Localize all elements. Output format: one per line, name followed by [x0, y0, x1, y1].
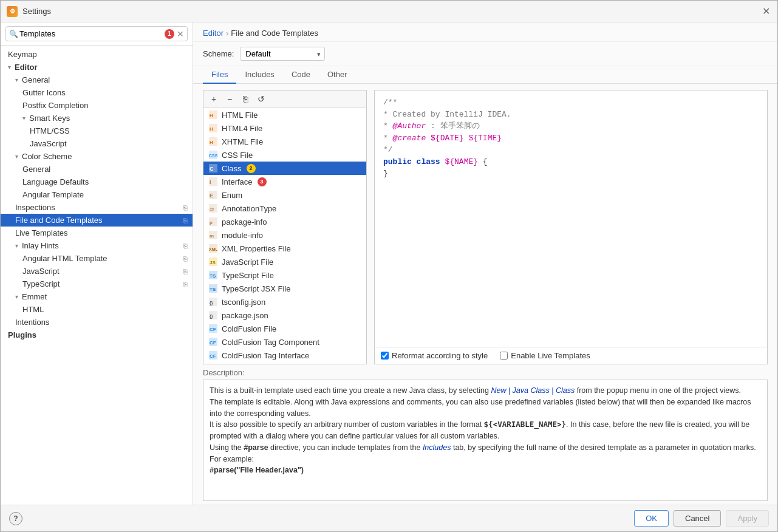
file-item-label: ColdFusion Tag Component: [222, 338, 319, 347]
cancel-button[interactable]: Cancel: [674, 510, 721, 527]
scheme-select[interactable]: Default Project: [240, 47, 325, 61]
reset-template-button[interactable]: ↺: [254, 92, 268, 106]
sidebar-item-plugins[interactable]: Plugins: [1, 329, 193, 341]
file-item-cf-tag-interface[interactable]: CF ColdFusion Tag Interface: [203, 349, 366, 362]
help-button[interactable]: ?: [9, 512, 22, 525]
xhtml-file-icon: H: [208, 137, 218, 146]
svg-text:CF: CF: [210, 327, 216, 332]
sidebar-item-file-code-templates[interactable]: File and Code Templates ⎘: [1, 214, 193, 227]
file-item-package-json[interactable]: {} package.json: [203, 309, 366, 322]
sidebar-item-inspections[interactable]: Inspections ⎘: [1, 201, 193, 214]
file-item-label: XML Properties File: [222, 244, 291, 253]
svg-text:TS: TS: [210, 273, 216, 279]
apply-button[interactable]: Apply: [726, 510, 769, 527]
file-item-label: XHTML File: [222, 137, 263, 146]
module-info-icon: m: [208, 230, 218, 240]
file-item-label: package-info: [222, 217, 267, 227]
live-templates-option[interactable]: Enable Live Templates: [500, 351, 590, 360]
copy-icon-angular-html: ⎘: [183, 255, 188, 262]
svg-text:H: H: [210, 140, 213, 145]
code-editor[interactable]: /** * Created by IntelliJ IDEA. * @Autho…: [375, 90, 767, 347]
cf-tag-component-icon: CF: [208, 337, 218, 347]
file-item-html4[interactable]: H HTML4 File: [203, 121, 366, 135]
svg-text:H: H: [210, 126, 213, 132]
add-template-button[interactable]: +: [207, 92, 220, 106]
sidebar-item-emmet[interactable]: ▾ Emmet: [1, 290, 193, 303]
file-item-module-info[interactable]: m module-info: [203, 228, 366, 242]
cf-file-icon: CF: [208, 324, 218, 333]
sidebar-item-keymap[interactable]: Keymap: [1, 48, 193, 61]
options-row: Reformat according to style Enable Live …: [375, 347, 767, 364]
sidebar-item-general[interactable]: ▾ General: [1, 73, 193, 86]
search-container: 🔍 1 ✕: [1, 22, 193, 46]
live-templates-checkbox[interactable]: [500, 352, 508, 360]
svg-text:CSS: CSS: [209, 154, 217, 158]
file-item-label: AnnotationType: [222, 204, 276, 213]
copy-icon-inlay-hints: ⎘: [183, 242, 188, 250]
file-item-ts[interactable]: TS TypeScript File: [203, 268, 366, 282]
sidebar-item-postfix-completion[interactable]: Postfix Completion: [1, 99, 193, 112]
scheme-row: Scheme: Default Project: [193, 42, 777, 66]
tab-files[interactable]: Files: [203, 66, 236, 84]
code-line-7: }: [383, 168, 759, 180]
file-item-xhtml[interactable]: H XHTML File: [203, 135, 366, 148]
remove-template-button[interactable]: −: [223, 92, 236, 106]
svg-text:@: @: [210, 206, 214, 212]
file-item-interface[interactable]: I Interface 3: [203, 175, 366, 188]
copy-icon-inspections: ⎘: [183, 204, 188, 211]
ok-button[interactable]: OK: [634, 510, 669, 527]
file-item-tsconfig[interactable]: {} tsconfig.json: [203, 295, 366, 309]
file-item-enum[interactable]: E Enum: [203, 188, 366, 202]
file-item-css[interactable]: CSS CSS File: [203, 148, 366, 162]
reformat-option[interactable]: Reformat according to style: [381, 351, 488, 360]
sidebar-item-live-templates[interactable]: Live Templates: [1, 227, 193, 239]
file-item-xml-properties[interactable]: XML XML Properties File: [203, 242, 366, 255]
file-item-cf-tag-component[interactable]: CF ColdFusion Tag Component: [203, 335, 366, 349]
file-item-cf-script-component[interactable]: CF ColdFusion Script Component: [203, 362, 366, 364]
sidebar-item-color-general[interactable]: General: [1, 163, 193, 176]
file-item-js[interactable]: JS JavaScript File: [203, 255, 366, 268]
copy-icon-ts: ⎘: [183, 281, 188, 288]
file-item-class[interactable]: C Class 2: [203, 162, 366, 175]
sidebar-item-color-scheme[interactable]: ▾ Color Scheme: [1, 150, 193, 163]
description-text: This is a built-in template used each ti…: [203, 380, 768, 501]
sidebar-item-javascript-ih[interactable]: JavaScript ⎘: [1, 265, 193, 278]
class-file-icon: C: [208, 163, 218, 173]
copy-template-button[interactable]: ⎘: [239, 92, 252, 106]
tab-code[interactable]: Code: [283, 66, 319, 84]
description-area: Description: This is a built-in template…: [193, 368, 777, 505]
file-item-label: TypeScript File: [222, 271, 274, 280]
code-line-2: * Created by IntelliJ IDEA.: [383, 109, 759, 121]
file-item-html[interactable]: H HTML File: [203, 108, 366, 121]
sidebar-item-intentions[interactable]: Intentions: [1, 316, 193, 329]
tab-other[interactable]: Other: [319, 66, 356, 84]
file-item-label: JavaScript File: [222, 257, 273, 267]
copy-icon-js: ⎘: [183, 268, 188, 275]
sidebar-item-gutter-icons[interactable]: Gutter Icons: [1, 86, 193, 99]
search-clear-button[interactable]: ✕: [177, 29, 184, 39]
breadcrumb-parent[interactable]: Editor: [203, 29, 224, 38]
reformat-checkbox[interactable]: [381, 352, 389, 360]
file-item-annotation[interactable]: @ AnnotationType: [203, 202, 366, 215]
file-item-tsx[interactable]: TS TypeScript JSX File: [203, 282, 366, 295]
file-item-package-info[interactable]: p package-info: [203, 215, 366, 228]
close-button[interactable]: ✕: [760, 6, 771, 17]
sidebar-item-typescript[interactable]: TypeScript ⎘: [1, 278, 193, 290]
sidebar-item-angular-html-template[interactable]: Angular HTML Template ⎘: [1, 252, 193, 265]
tab-includes[interactable]: Includes: [236, 66, 282, 84]
svg-text:E: E: [210, 193, 213, 199]
sidebar-item-inlay-hints[interactable]: ▾ Inlay Hints ⎘: [1, 239, 193, 252]
sidebar-item-html-css[interactable]: HTML/CSS: [1, 124, 193, 137]
sidebar-item-html-emmet[interactable]: HTML: [1, 303, 193, 316]
svg-text:JS: JS: [210, 260, 216, 265]
sidebar-item-smart-keys[interactable]: ▾ Smart Keys: [1, 112, 193, 124]
copy-icon-file-templates: ⎘: [183, 217, 188, 224]
sidebar-item-editor[interactable]: ▾ Editor: [1, 61, 193, 73]
search-result-badge: 1: [165, 29, 174, 39]
sidebar-item-javascript-sk[interactable]: JavaScript: [1, 137, 193, 150]
sidebar-item-language-defaults[interactable]: Language Defaults: [1, 176, 193, 188]
search-input[interactable]: [5, 26, 188, 41]
file-item-cf-file[interactable]: CF ColdFusion File: [203, 322, 366, 335]
tabs-bar: Files Includes Code Other: [193, 66, 777, 84]
sidebar-item-angular-template[interactable]: Angular Template: [1, 188, 193, 201]
